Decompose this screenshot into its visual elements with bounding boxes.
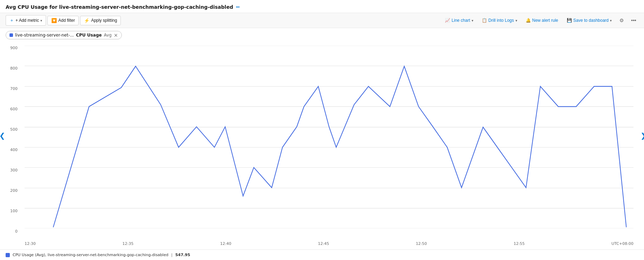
chevron-down-icon-3: ▾ xyxy=(515,19,517,22)
toolbar-left: ＋ + Add metric ▾ 🔽 Add filter ⚡ Apply sp… xyxy=(6,15,441,26)
filter-icon: 🔽 xyxy=(51,18,57,23)
metric-name: CPU Usage xyxy=(76,33,101,38)
plus-icon: ＋ xyxy=(9,17,14,24)
chart-svg xyxy=(25,46,633,228)
x-label-utc: UTC+08:00 xyxy=(611,241,633,246)
x-label-1230: 12:30 xyxy=(25,241,36,246)
metric-aggregation: Avg xyxy=(104,33,112,38)
legend-label: CPU Usage (Avg), live-streaming-server-n… xyxy=(13,253,168,257)
toolbar: ＋ + Add metric ▾ 🔽 Add filter ⚡ Apply sp… xyxy=(0,13,644,28)
y-label-800: 800 xyxy=(4,66,18,71)
x-axis: 12:30 12:35 12:40 12:45 12:50 12:55 UTC+… xyxy=(25,241,633,246)
chevron-down-icon-2: ▾ xyxy=(472,19,473,22)
legend-color-box xyxy=(6,253,10,257)
page-title: Avg CPU Usage for live-streaming-server-… xyxy=(6,4,233,10)
save-to-dashboard-button[interactable]: 💾 Save to dashboard ▾ xyxy=(564,16,615,25)
logs-icon: 📋 xyxy=(482,18,487,23)
metric-resource: live-streaming-server-net-... xyxy=(15,33,74,38)
toolbar-right: 📈 Line chart ▾ 📋 Drill into Logs ▾ 🔔 New… xyxy=(442,16,638,25)
y-label-900: 900 xyxy=(4,46,18,50)
y-label-0: 0 xyxy=(4,229,18,234)
x-label-1250: 12:50 xyxy=(416,241,427,246)
settings-button[interactable]: ⚙ xyxy=(617,16,626,25)
y-label-300: 300 xyxy=(4,168,18,173)
more-button[interactable]: ••• xyxy=(629,16,638,25)
metric-color-dot xyxy=(9,33,13,37)
add-metric-button[interactable]: ＋ + Add metric ▾ xyxy=(6,15,46,26)
chevron-down-icon: ▾ xyxy=(40,19,42,22)
x-label-1255: 12:55 xyxy=(514,241,525,246)
split-icon: ⚡ xyxy=(84,18,90,23)
chevron-down-icon-4: ▾ xyxy=(610,19,612,22)
save-icon: 💾 xyxy=(567,18,572,23)
title-bar: Avg CPU Usage for live-streaming-server-… xyxy=(0,0,644,13)
legend-bar: CPU Usage (Avg), live-streaming-server-n… xyxy=(0,249,644,260)
legend-separator: | xyxy=(171,253,172,257)
new-alert-rule-button[interactable]: 🔔 New alert rule xyxy=(523,16,561,25)
x-label-1235: 12:35 xyxy=(123,241,134,246)
metric-tag-bar: live-streaming-server-net-... CPU Usage … xyxy=(0,28,644,42)
chart-nav-right-button[interactable]: ❯ xyxy=(638,129,644,143)
main-container: Avg CPU Usage for live-streaming-server-… xyxy=(0,0,644,260)
y-label-400: 400 xyxy=(4,148,18,152)
metric-tag: live-streaming-server-net-... CPU Usage … xyxy=(6,31,122,39)
alert-icon: 🔔 xyxy=(526,18,531,23)
drill-into-logs-button[interactable]: 📋 Drill into Logs ▾ xyxy=(479,16,520,25)
legend-value: 547.95 xyxy=(175,253,190,257)
metric-remove-button[interactable]: × xyxy=(114,33,118,38)
y-label-600: 600 xyxy=(4,107,18,111)
x-label-1240: 12:40 xyxy=(220,241,231,246)
add-filter-button[interactable]: 🔽 Add filter xyxy=(47,16,79,25)
line-chart-button[interactable]: 📈 Line chart ▾ xyxy=(442,16,476,25)
line-chart-icon: 📈 xyxy=(445,18,450,23)
chart-container: ❮ ❯ 0 100 200 300 400 500 600 700 800 90… xyxy=(0,42,644,249)
apply-splitting-button[interactable]: ⚡ Apply splitting xyxy=(80,16,121,25)
y-label-200: 200 xyxy=(4,188,18,193)
edit-icon[interactable]: ✏️ xyxy=(236,4,240,10)
x-label-1245: 12:45 xyxy=(318,241,329,246)
y-label-700: 700 xyxy=(4,86,18,91)
chart-line xyxy=(53,66,626,227)
chart-nav-left-button[interactable]: ❮ xyxy=(0,129,8,143)
y-label-100: 100 xyxy=(4,209,18,213)
